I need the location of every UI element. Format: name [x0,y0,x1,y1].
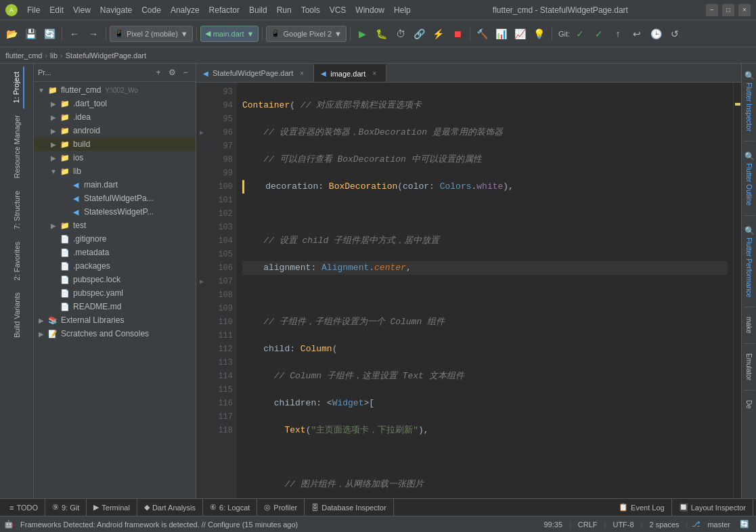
tree-item-lib[interactable]: ▼ 📁 lib [34,164,196,178]
right-tab-flutter-inspector[interactable]: 🔍 Flutter Inspector [742,65,756,137]
right-tab-flutter-outline[interactable]: 🔍 Flutter Outline [742,146,756,211]
sidebar-tab-project[interactable]: 1: Project [9,66,24,108]
folder-icon: 📁 [47,85,58,95]
git-rollback-button[interactable]: ↩ [628,25,646,43]
tree-item-ios[interactable]: ▶ 📁 ios [34,151,196,164]
emulator-selector[interactable]: 📱 Google Pixel 2 ▼ [266,26,346,42]
debug-button[interactable]: 🐛 [373,25,391,43]
right-tab-emulator[interactable]: Emulator [743,348,755,386]
sync-button[interactable]: 🔄 [41,25,58,43]
stop-button[interactable]: ⏹ [449,25,466,43]
minimize-button[interactable]: − [706,4,718,16]
menu-run[interactable]: Run [273,4,296,16]
bottom-tab-dart-analysis[interactable]: ◆ Dart Analysis [137,499,203,516]
profile-button[interactable]: ⏱ [392,25,409,43]
right-tab-flutter-performance[interactable]: 🔍 Flutter Performance [742,220,756,303]
heap-button[interactable]: 💡 [531,25,548,43]
tab-stateful-page[interactable]: ◀ StatefulWidgetPage.dart × [196,64,314,82]
bottom-tab-git[interactable]: ⑨ 9: Git [45,499,87,516]
sidebar-tab-favorites[interactable]: 2: Favorites [10,236,24,286]
tree-item-stateless-page[interactable]: ◀ StatelessWidgetP... [34,205,196,219]
tree-item-pubspec-lock[interactable]: 📄 pubspec.lock [34,273,196,286]
framework-detected[interactable]: Frameworks Detected: Android framework i… [18,520,301,529]
indent[interactable]: 2 spaces [646,520,682,529]
menu-vcs[interactable]: VCS [326,4,351,16]
tree-item-idea[interactable]: ▶ 📁 .idea [34,110,196,124]
menu-file[interactable]: File [23,4,44,16]
tree-item-build[interactable]: ▶ 📁 build [34,137,196,151]
gutter-mark-108: ▶ [196,275,207,288]
menu-analyze[interactable]: Analyze [166,4,204,16]
tree-item-main-dart[interactable]: ◀ main.dart [34,178,196,192]
tree-item-gitignore[interactable]: 📄 .gitignore [34,232,196,246]
bottom-tab-todo[interactable]: ≡ TODO [3,499,45,516]
bottom-tab-profiler[interactable]: ◎ Profiler [257,499,305,516]
panel-collapse-button[interactable]: − [179,66,192,79]
save-button[interactable]: 💾 [22,25,39,43]
code-content[interactable]: Container( // 对应底部导航栏设置选项卡 // 设置容器的装饰器，B… [237,83,733,498]
device-selector[interactable]: 📱 Pixel 2 (mobile) ▼ [110,26,193,42]
breadcrumb-file[interactable]: StatefulWidgetPage.dart [66,51,146,60]
git-update-button[interactable]: ✓ [590,25,608,43]
panel-settings-button[interactable]: ⚙ [166,66,178,79]
menu-code[interactable]: Code [137,4,165,16]
git-branch[interactable]: master [705,520,733,529]
menu-tools[interactable]: Tools [297,4,324,16]
tree-item-root[interactable]: ▼ 📁 flutter_cmd Y:\002_Wo [34,83,196,97]
tab-close-button[interactable]: × [297,68,307,78]
tree-item-dart-tool[interactable]: ▶ 📁 .dart_tool [34,97,196,110]
code-line-107: // 图片组件，从网络加载一张图片 [242,478,728,491]
menu-build[interactable]: Build [245,4,271,16]
tree-item-test[interactable]: ▶ 📁 test [34,219,196,232]
bottom-tab-event-log[interactable]: 📋 Event Log [612,499,672,516]
tree-item-stateful-page[interactable]: ◀ StatefulWidgetPa... [34,192,196,205]
git-sync-icon[interactable]: 🔄 [737,520,752,529]
sidebar-tab-build-variants[interactable]: Build Variants [10,287,24,343]
git-push-button[interactable]: ↑ [609,25,627,43]
bottom-tab-terminal[interactable]: ▶ Terminal [87,499,137,516]
git-check-button[interactable]: ✓ [571,25,589,43]
attach-button[interactable]: 🔗 [411,25,428,43]
tree-item-metadata[interactable]: 📄 .metadata [34,246,196,259]
run-button[interactable]: ▶ [354,25,372,43]
tree-item-packages[interactable]: 📄 .packages [34,259,196,273]
tree-item-pubspec-yaml[interactable]: 📄 pubspec.yaml [34,286,196,300]
bottom-tab-logcat[interactable]: ⑥ 6: Logcat [203,499,257,516]
menu-refactor[interactable]: Refactor [205,4,244,16]
sidebar-tab-resource-manager[interactable]: Resource Manager [10,110,24,184]
tree-item-external-libs[interactable]: ▶ 📚 External Libraries [34,313,196,327]
dart-file-selector[interactable]: ◀ main.dart ▼ [200,26,259,42]
forward-button[interactable]: → [85,25,102,43]
tab-close-button[interactable]: × [370,69,379,79]
bottom-tab-database-inspector[interactable]: 🗄 Database Inspector [305,499,393,516]
breadcrumb-root[interactable]: flutter_cmd [5,51,42,60]
tree-item-scratches[interactable]: ▶ 📝 Scratches and Consoles [34,327,196,340]
menu-view[interactable]: View [69,4,95,16]
coverage-button[interactable]: 📊 [493,25,510,43]
menu-window[interactable]: Window [351,4,388,16]
panel-add-button[interactable]: + [152,66,164,79]
line-ending[interactable]: CRLF [575,520,600,529]
tab-image-dart[interactable]: ◀ image.dart × [314,64,386,82]
menu-help[interactable]: Help [390,4,415,16]
open-folder-button[interactable]: 📂 [3,25,20,43]
git-revert-button[interactable]: ↺ [666,25,684,43]
build-button[interactable]: 🔨 [474,25,491,43]
tree-item-android[interactable]: ▶ 📁 android [34,124,196,137]
bottom-tab-layout-inspector[interactable]: 🔲 Layout Inspector [672,499,753,516]
close-button[interactable]: × [738,4,751,16]
menu-edit[interactable]: Edit [45,4,68,16]
breadcrumb-lib[interactable]: lib [50,51,58,60]
tree-item-readme[interactable]: 📄 README.md [34,300,196,313]
hot-reload-button[interactable]: ⚡ [430,25,447,43]
git-history-button[interactable]: 🕒 [647,25,665,43]
cursor-position[interactable]: 99:35 [541,520,565,529]
right-tab-de[interactable]: De [743,395,755,414]
maximize-button[interactable]: □ [722,4,734,16]
encoding[interactable]: UTF-8 [610,520,636,529]
menu-navigate[interactable]: Navigate [96,4,136,16]
right-tab-make[interactable]: make [743,311,755,338]
sidebar-tab-structure[interactable]: 7: Structure [10,185,24,235]
back-button[interactable]: ← [66,25,83,43]
profiler-button[interactable]: 📈 [512,25,529,43]
